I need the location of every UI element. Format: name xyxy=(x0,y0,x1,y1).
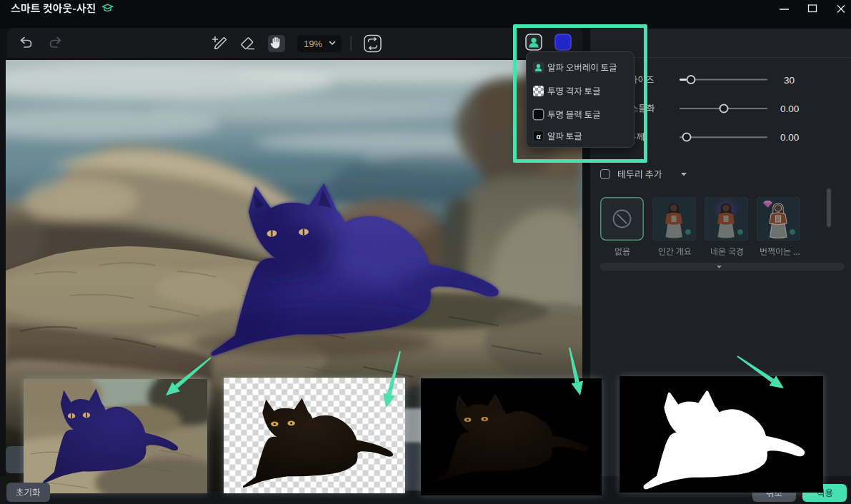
svg-text:0.00: 0.00 xyxy=(780,104,799,114)
svg-text:30: 30 xyxy=(784,75,795,86)
svg-text:19%: 19% xyxy=(304,39,322,49)
svg-text:0.00: 0.00 xyxy=(780,132,799,143)
